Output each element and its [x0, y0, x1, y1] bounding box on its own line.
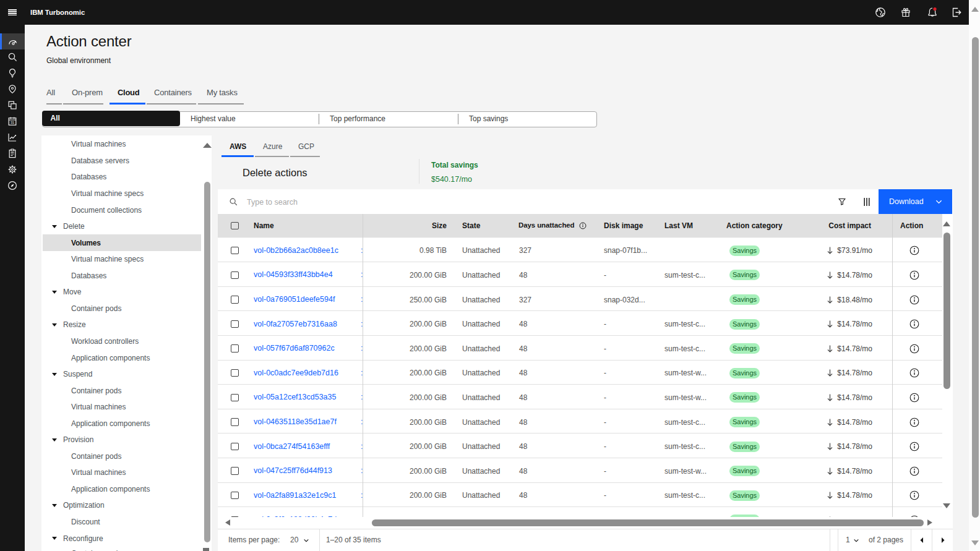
svg-text:31: 31: [10, 121, 14, 124]
